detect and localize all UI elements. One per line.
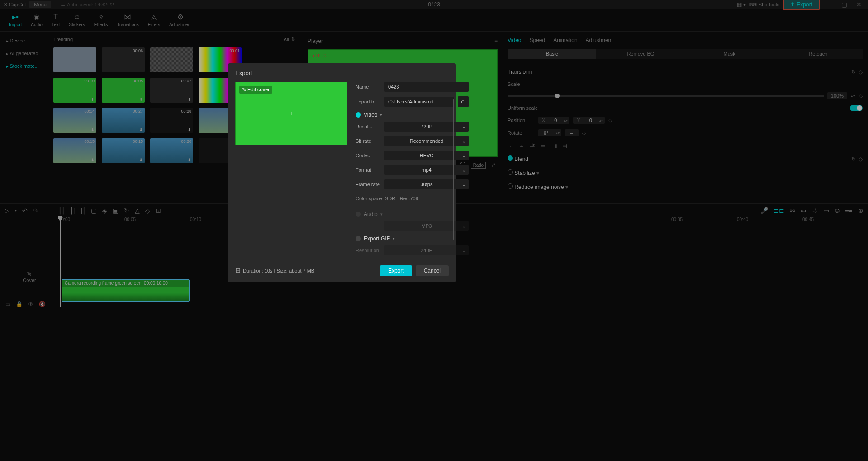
export-info-text: Duration: 10s | Size: about 7 MB xyxy=(243,268,314,273)
dialog-scrollbar[interactable] xyxy=(453,99,454,240)
bitrate-select[interactable]: Recommended xyxy=(384,136,469,146)
audio-format-select: MP3 xyxy=(384,221,469,231)
film-icon: 🎞 xyxy=(235,268,240,273)
format-select[interactable]: mp4 xyxy=(384,165,469,175)
format-label: Format xyxy=(356,167,381,173)
gif-res-label: Resolution xyxy=(356,248,381,253)
name-input[interactable] xyxy=(384,82,469,92)
gif-checkbox[interactable] xyxy=(356,236,361,241)
resolution-select[interactable]: 720P xyxy=(384,122,469,132)
exportto-label: Export to xyxy=(356,99,381,104)
codec-select[interactable]: HEVC xyxy=(384,151,469,160)
codec-label: Codec xyxy=(356,153,381,158)
exportto-input[interactable] xyxy=(384,97,454,107)
res-label: Resol... xyxy=(356,124,381,129)
folder-icon: 🗀 xyxy=(461,99,466,104)
framerate-select[interactable]: 30fps xyxy=(384,179,469,189)
export-preview[interactable]: ✎ Edit cover + xyxy=(235,82,347,145)
bitrate-label: Bit rate xyxy=(356,138,381,144)
editcover-label: Edit cover xyxy=(247,87,270,92)
export-info: 🎞 Duration: 10s | Size: about 7 MB xyxy=(235,268,314,273)
video-checkbox[interactable] xyxy=(356,112,361,118)
audio-checkbox[interactable] xyxy=(356,212,361,217)
video-section-label: Video xyxy=(364,112,377,118)
export-confirm-button[interactable]: Export xyxy=(380,265,412,276)
browse-button[interactable]: 🗀 xyxy=(458,96,469,107)
gif-section-label: Export GIF xyxy=(364,235,390,242)
framerate-label: Frame rate xyxy=(356,182,381,187)
cancel-button[interactable]: Cancel xyxy=(416,265,449,276)
audio-section-label: Audio xyxy=(364,211,378,217)
colorspace-text: Color space: SDR - Rec.709 xyxy=(356,194,469,207)
name-label: Name xyxy=(356,84,381,89)
export-dialog: Export ✎ Edit cover + Name Export to 🗀 V… xyxy=(228,63,456,282)
add-icon: + xyxy=(289,110,293,117)
gif-res-select: 240P xyxy=(384,245,469,255)
dialog-title: Export xyxy=(235,70,449,76)
edit-cover-button[interactable]: ✎ Edit cover xyxy=(239,86,272,94)
